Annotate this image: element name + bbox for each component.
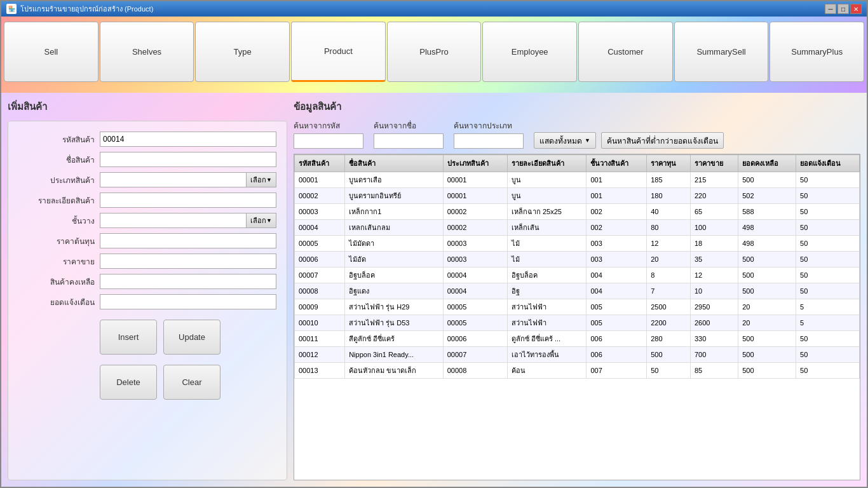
table-cell: 00007: [443, 347, 507, 363]
table-cell: 12: [647, 236, 691, 252]
table-row[interactable]: 00008อิฐแดง00004อิฐ00471050050: [295, 283, 860, 299]
maximize-button[interactable]: □: [837, 4, 849, 14]
table-cell: สว่านไฟฟ้า: [507, 299, 587, 315]
table-row[interactable]: 00012Nippon 3in1 Ready...00007เอาไว้ทารอ…: [295, 347, 860, 363]
table-cell: 00003: [443, 252, 507, 268]
table-row[interactable]: 00010สว่านไฟฟ้า รุ่น D5300005สว่านไฟฟ้า0…: [295, 315, 860, 331]
table-row[interactable]: 00013ค้อนหัวกลม ขนาดเล็ก00008ค้อน0075085…: [295, 363, 860, 379]
table-cell: 003: [587, 236, 647, 252]
nav-pluspro[interactable]: PlusPro: [387, 22, 482, 82]
nav-type[interactable]: Type: [195, 22, 290, 82]
insert-button[interactable]: Insert: [100, 320, 157, 355]
table-cell: 002: [587, 204, 647, 220]
table-cell: บูน: [507, 172, 587, 188]
table-row[interactable]: 00007อิฐบล็อค00004อิฐบล็อค00481250050: [295, 268, 860, 283]
table-row[interactable]: 00004เหลกเส้นกลม00002เหล็กเส้น0028010049…: [295, 220, 860, 236]
table-cell: 20: [738, 315, 796, 331]
product-code-label: รหัสสินค้า: [18, 133, 95, 146]
detail-input[interactable]: [100, 193, 276, 208]
product-name-label: ชื่อสินค้า: [18, 154, 95, 166]
minimize-button[interactable]: ─: [825, 4, 836, 14]
nav-product[interactable]: Product: [291, 22, 386, 82]
table-cell: 50: [796, 204, 860, 220]
table-row[interactable]: 00002บูนดรามกอินทรีย์00001บูน00118022050…: [295, 188, 860, 204]
table-cell: เหลกเส้นกลม: [345, 220, 444, 236]
detail-row: รายละเอียดสินค้า: [18, 193, 276, 208]
col-header-sell: ราคาขาย: [690, 155, 738, 172]
search-by-code-input[interactable]: [294, 133, 363, 149]
cost-price-input[interactable]: [100, 233, 276, 248]
shelf-value[interactable]: [100, 213, 246, 228]
update-button[interactable]: Update: [163, 320, 220, 355]
title-bar: 🏪 โปรแกรมร้านขายอุปกรณ์ก่อสร้าง (Product…: [1, 1, 867, 17]
table-cell: ดูลักซ์ อีซี่แคร้ ...: [507, 331, 587, 347]
product-type-dropdown[interactable]: เลือก ▼: [246, 172, 276, 187]
search-by-name-label: ค้นหาจากชื่อ: [374, 119, 444, 132]
title-bar-controls: ─ □ ✕: [825, 4, 862, 14]
close-button[interactable]: ✕: [850, 4, 862, 14]
search-by-name-input[interactable]: [374, 133, 444, 149]
nav-sell[interactable]: Sell: [4, 22, 98, 82]
table-cell: 005: [587, 315, 647, 331]
table-cell: 50: [796, 331, 860, 347]
table-cell: 50: [796, 363, 860, 379]
alert-qty-input[interactable]: [100, 294, 276, 309]
table-cell: เหล็กกาก1: [345, 204, 444, 220]
table-cell: 001: [587, 172, 647, 188]
table-cell: 500: [738, 347, 796, 363]
show-all-button[interactable]: แสดงทั้งหมด ▼: [534, 132, 596, 149]
table-cell: 180: [647, 188, 691, 204]
clear-button[interactable]: Clear: [163, 365, 220, 400]
col-header-code: รหัสสินค้า: [295, 155, 345, 172]
product-name-row: ชื่อสินค้า: [18, 152, 276, 167]
nav-customer[interactable]: Customer: [578, 22, 673, 82]
table-row[interactable]: 00006ไม้อัด00003ไม้003203550050: [295, 252, 860, 268]
table-cell: 35: [690, 252, 738, 268]
table-cell: 2950: [690, 299, 738, 315]
shelf-dropdown[interactable]: เลือก ▼: [246, 213, 276, 228]
add-form-title: เพิ่มสินค้า: [8, 99, 287, 114]
table-cell: 500: [738, 331, 796, 347]
table-cell: 215: [690, 172, 738, 188]
table-cell: 12: [690, 268, 738, 283]
table-cell: อิฐบล็อค: [507, 268, 587, 283]
table-cell: บูน: [507, 188, 587, 204]
table-row[interactable]: 00001บูนดราเสือ00001บูน00118521550050: [295, 172, 860, 188]
table-cell: 50: [796, 172, 860, 188]
left-panel: เพิ่มสินค้า รหัสสินค้า ชื่อสินค้า ประเภท…: [8, 99, 287, 480]
main-window: 🏪 โปรแกรมร้านขายอุปกรณ์ก่อสร้าง (Product…: [0, 0, 868, 488]
table-cell: ไม้อัด: [345, 252, 444, 268]
table-cell: 50: [796, 347, 860, 363]
product-type-value[interactable]: [100, 172, 246, 187]
button-row-1: Insert Update: [18, 320, 276, 355]
nav-shelves[interactable]: Shelves: [100, 22, 194, 82]
nav-summaryplus[interactable]: SummaryPlus: [770, 22, 864, 82]
table-cell: 2500: [647, 299, 691, 315]
col-header-stock: ยอดคงเหลือ: [738, 155, 796, 172]
table-cell: 220: [690, 188, 738, 204]
table-cell: ค้อนหัวกลม ขนาดเล็ก: [345, 363, 444, 379]
table-cell: สว่านไฟฟ้า รุ่น H29: [345, 299, 444, 315]
window-title: โปรแกรมร้านขายอุปกรณ์ก่อสร้าง (Product): [20, 3, 153, 15]
table-row[interactable]: 00009สว่านไฟฟ้า รุ่น H2900005สว่านไฟฟ้า0…: [295, 299, 860, 315]
sell-price-input[interactable]: [100, 254, 276, 269]
table-cell: ไม้: [507, 252, 587, 268]
stock-input[interactable]: [100, 274, 276, 289]
col-header-type: ประเภทสินค้า: [443, 155, 507, 172]
show-all-label: แสดงทั้งหมด: [539, 135, 582, 147]
table-row[interactable]: 00003เหล็กกาก100002เหล็กฉาก 25x250024065…: [295, 204, 860, 220]
product-code-input[interactable]: [100, 132, 276, 147]
table-cell: 00006: [443, 331, 507, 347]
nav-employee[interactable]: Employee: [482, 22, 577, 82]
alert-qty-row: ยอดแจ้งเตือน: [18, 294, 276, 309]
delete-button[interactable]: Delete: [100, 365, 157, 400]
product-name-input[interactable]: [100, 152, 276, 167]
nav-summarysell[interactable]: SummarySell: [674, 22, 769, 82]
toolbar: Sell Shelves Type Product PlusPro Employ…: [1, 17, 867, 93]
table-row[interactable]: 00005ไม้มัดดา00003ไม้003121849850: [295, 236, 860, 252]
table-row[interactable]: 00011สีดูลักซ์ อีซี่แคร้00006ดูลักซ์ อีซ…: [295, 331, 860, 347]
low-stock-button[interactable]: ค้นหาสินค้าที่ต่ำกว่ายอดแจ้งเตือน: [601, 132, 724, 149]
table-cell: 00013: [295, 363, 345, 379]
product-type-select-row: เลือก ▼: [100, 172, 276, 187]
search-by-type-input[interactable]: [454, 133, 524, 149]
